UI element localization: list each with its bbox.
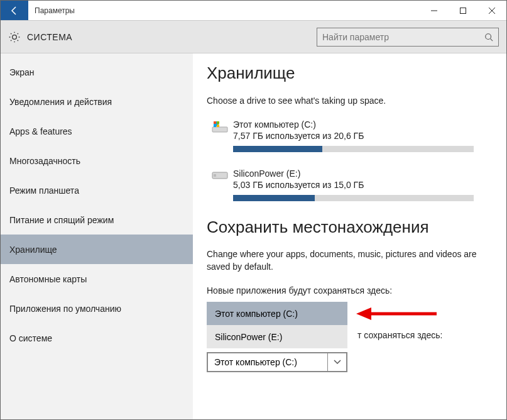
dropdown-option-label: SiliconPower (E:) [215, 332, 282, 342]
drive-info: SiliconPower (E:) 5,03 ГБ используется и… [233, 169, 493, 201]
content-body: Экран Уведомления и действия Apps & feat… [1, 53, 506, 419]
combobox-value: Этот компьютер (C:) [208, 357, 327, 367]
svg-rect-1 [461, 8, 466, 13]
sidebar-item-label: Приложения по умолчанию [9, 304, 121, 314]
svg-rect-14 [214, 174, 216, 177]
sidebar-item-label: Уведомления и действия [9, 97, 112, 107]
maximize-icon [460, 8, 466, 14]
drive-name: Этот компьютер (C:) [233, 119, 474, 130]
dropdown-option[interactable]: SiliconPower (E:) [207, 325, 347, 348]
section-title: СИСТЕМА [27, 32, 317, 42]
docs-save-label-fragment: т сохраняться здесь: [357, 330, 442, 340]
drive-icon-system [207, 119, 233, 152]
page-subtitle: Choose a drive to see what's taking up s… [207, 96, 493, 106]
svg-rect-6 [212, 127, 227, 132]
sidebar-item-default-apps[interactable]: Приложения по умолчанию [1, 294, 193, 323]
search-icon [484, 33, 493, 41]
svg-rect-11 [214, 124, 216, 127]
close-button[interactable] [477, 1, 506, 20]
search-box[interactable] [317, 28, 499, 47]
annotation-arrow-icon [356, 306, 438, 322]
search-input[interactable] [322, 32, 484, 42]
drive-name: SiliconPower (E:) [233, 169, 474, 179]
dropdown-option-label: Этот компьютер (C:) [215, 309, 298, 319]
usage-bar-fill [233, 146, 322, 152]
sidebar-item-offline-maps[interactable]: Автономные карты [1, 264, 193, 294]
sidebar-item-label: Экран [9, 67, 35, 77]
usage-bar [233, 146, 474, 152]
arrow-left-icon [9, 6, 19, 16]
apps-save-label: Новые приложения будут сохраняться здесь… [207, 285, 493, 296]
drive-usage: 5,03 ГБ используется из 15,0 ГБ [233, 180, 474, 190]
dropdown-option-selected[interactable]: Этот компьютер (C:) [207, 302, 347, 325]
svg-rect-9 [214, 121, 216, 124]
minimize-icon [431, 8, 437, 14]
sidebar-item-display[interactable]: Экран [1, 57, 193, 87]
sidebar-item-label: Режим планшета [9, 185, 79, 196]
sidebar-item-multitasking[interactable]: Многозадачность [1, 146, 193, 175]
svg-line-5 [491, 38, 493, 41]
sidebar-item-notifications[interactable]: Уведомления и действия [1, 87, 193, 116]
usage-bar-fill [233, 195, 315, 201]
apps-save-dropdown[interactable]: Этот компьютер (C:) SiliconPower (E:) т … [207, 302, 347, 348]
drive-row[interactable]: SiliconPower (E:) 5,03 ГБ используется и… [207, 169, 493, 201]
svg-rect-10 [217, 121, 219, 124]
titlebar: Параметры [1, 1, 506, 21]
window-title: Параметры [28, 1, 420, 20]
sidebar: Экран Уведомления и действия Apps & feat… [1, 53, 193, 419]
combobox-arrow[interactable] [327, 353, 346, 371]
close-icon [489, 8, 495, 14]
sidebar-item-label: Автономные карты [9, 274, 87, 284]
main-panel: Хранилище Choose a drive to see what's t… [193, 53, 506, 419]
sidebar-item-apps-features[interactable]: Apps & features [1, 116, 193, 146]
sidebar-item-label: Хранилище [9, 245, 57, 255]
maximize-button[interactable] [449, 1, 477, 20]
minimize-button[interactable] [420, 1, 449, 20]
sidebar-item-label: Многозадачность [9, 156, 80, 166]
usage-bar [233, 195, 474, 201]
page-title: Хранилище [207, 64, 493, 83]
drive-usage: 7,57 ГБ используется из 20,6 ГБ [233, 131, 474, 141]
drive-info: Этот компьютер (C:) 7,57 ГБ используется… [233, 119, 493, 152]
drive-icon-external [207, 169, 233, 201]
window-controls [420, 1, 506, 20]
svg-rect-12 [217, 124, 219, 127]
sidebar-item-label: Apps & features [9, 126, 72, 136]
save-locations-title: Сохранить местонахождения [207, 218, 493, 237]
sidebar-item-label: О системе [9, 333, 52, 343]
svg-point-4 [486, 33, 491, 39]
gear-icon [8, 31, 21, 43]
sidebar-item-storage[interactable]: Хранилище [1, 235, 193, 264]
chevron-down-icon [334, 360, 341, 365]
save-locations-description: Change where your apps, documents, music… [207, 248, 493, 273]
back-button[interactable] [1, 1, 28, 20]
sidebar-item-tablet-mode[interactable]: Режим планшета [1, 175, 193, 205]
sidebar-item-about[interactable]: О системе [1, 323, 193, 353]
sidebar-item-label: Питание и спящий режим [9, 215, 114, 225]
header-bar: СИСТЕМА [1, 21, 506, 53]
svg-marker-16 [356, 307, 371, 320]
docs-save-combobox[interactable]: Этот компьютер (C:) [207, 352, 347, 372]
drive-row[interactable]: Этот компьютер (C:) 7,57 ГБ используется… [207, 119, 493, 152]
sidebar-item-power-sleep[interactable]: Питание и спящий режим [1, 205, 193, 235]
